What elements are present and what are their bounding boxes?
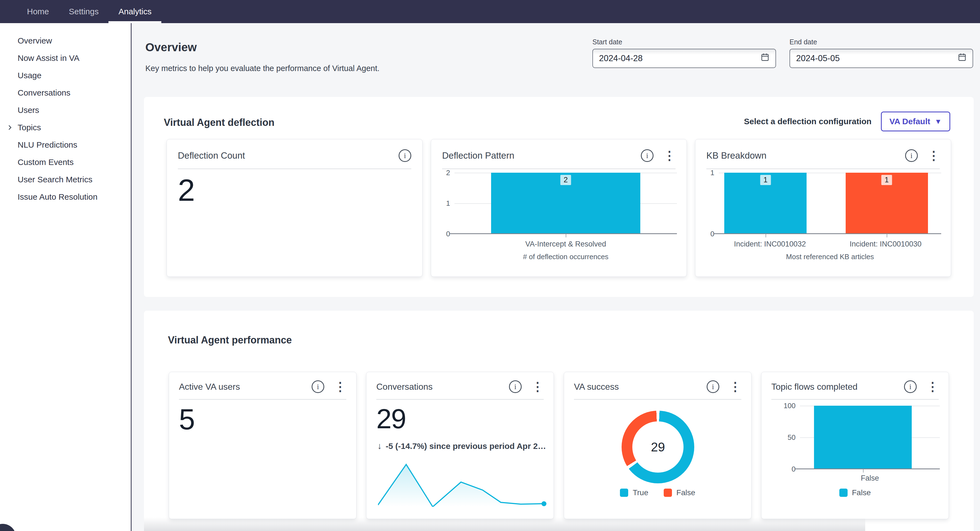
card-title: VA success [574, 382, 697, 392]
end-date-input[interactable]: 2024-05-05 [789, 49, 973, 68]
legend-label: True [633, 488, 648, 497]
kebab-menu-icon[interactable]: ⋮ [928, 149, 940, 162]
info-icon[interactable]: i [904, 380, 917, 393]
sidebar-item-label: Overview [18, 36, 52, 45]
kebab-menu-icon[interactable]: ⋮ [729, 380, 741, 393]
sidebar-item-users[interactable]: Users [0, 101, 131, 119]
card-body: 2 [167, 169, 422, 276]
bar-inc0010032: 1 [724, 173, 807, 234]
sidebar-item-label: Conversations [18, 88, 70, 97]
conversations-value: 29 [376, 403, 406, 435]
sidebar-item-topics[interactable]: Topics [0, 119, 131, 136]
sidebar-item-overview[interactable]: Overview [0, 32, 131, 49]
legend-swatch [839, 489, 848, 497]
bar-inc0010030: 1 [846, 173, 928, 234]
legend-swatch [664, 489, 672, 497]
bar-value-label: 1 [881, 175, 892, 185]
info-icon[interactable]: i [509, 380, 522, 393]
page-subtitle: Key metrics to help you evaluate the per… [145, 64, 380, 73]
kebab-menu-icon[interactable]: ⋮ [663, 149, 676, 162]
x-axis [714, 233, 941, 234]
legend-item-false[interactable]: False [664, 488, 695, 497]
topic-flows-card: Topic flows completed i ⋮ 100 50 0 False [761, 372, 949, 519]
start-date-field: Start date 2024-04-28 [592, 38, 776, 68]
info-icon[interactable]: i [905, 149, 918, 162]
x-category-label: Incident: INC0010032 [719, 240, 821, 249]
x-axis [450, 233, 677, 234]
x-axis-title: # of deflection occurrences [455, 252, 677, 261]
conversations-delta-text: -5 (-14.7%) since previous period Apr 2… [386, 442, 545, 451]
active-va-users-value: 5 [179, 403, 194, 436]
deflection-config-value: VA Default [889, 117, 930, 126]
card-body: 5 [169, 400, 356, 519]
legend-label: False [852, 488, 871, 497]
calendar-icon[interactable] [760, 53, 769, 64]
tab-settings[interactable]: Settings [59, 0, 108, 23]
info-icon[interactable]: i [399, 149, 411, 162]
sidebar-item-label: Issue Auto Resolution [18, 192, 97, 202]
y-tick-label: 1 [697, 169, 714, 177]
card-title: Deflection Pattern [442, 150, 631, 161]
sidebar-item-user-search-metrics[interactable]: User Search Metrics [0, 171, 131, 188]
page-title: Overview [145, 41, 197, 54]
top-nav: Home Settings Analytics [0, 0, 980, 23]
y-tick-label: 0 [778, 465, 795, 474]
x-category-label: VA-Intercept & Resolved [455, 240, 677, 249]
info-icon[interactable]: i [312, 380, 324, 393]
kebab-menu-icon[interactable]: ⋮ [531, 380, 544, 393]
bar-value-label: 2 [560, 175, 571, 185]
tab-label: Home [27, 7, 49, 16]
card-header: Topic flows completed i ⋮ [761, 372, 949, 393]
info-icon[interactable]: i [641, 149, 654, 162]
info-icon[interactable]: i [706, 380, 719, 393]
x-axis-tick [566, 234, 566, 238]
sidebar-item-label: Topics [18, 123, 41, 132]
x-axis-title: Most referenced KB articles [719, 252, 941, 261]
sidebar-item-label: NLU Predictions [18, 140, 77, 150]
card-body: 29 True False [564, 400, 751, 519]
tab-home[interactable]: Home [17, 0, 59, 23]
dropdown-arrow-icon: ▼ [935, 117, 942, 126]
card-title: Topic flows completed [772, 382, 894, 392]
donut-legend: True False [564, 488, 751, 497]
sidebar-item-nlu-predictions[interactable]: NLU Predictions [0, 136, 131, 153]
sidebar-item-usage[interactable]: Usage [0, 67, 131, 84]
card-body: 100 50 0 False False [761, 400, 949, 519]
sidebar-item-label: Users [18, 105, 39, 115]
donut-center-value: 29 [632, 421, 684, 473]
bar-false [814, 406, 912, 469]
chevron-right-icon[interactable] [5, 123, 15, 132]
legend-item-false[interactable]: False [839, 488, 871, 497]
kebab-menu-icon[interactable]: ⋮ [927, 380, 939, 393]
topic-flows-legend: False [761, 488, 949, 497]
x-category-label: Incident: INC0010030 [834, 240, 937, 249]
card-header: VA success i ⋮ [564, 372, 751, 393]
legend-item-true[interactable]: True [620, 488, 648, 497]
y-tick-label: 1 [433, 199, 450, 208]
kebab-menu-icon[interactable]: ⋮ [334, 380, 346, 393]
deflection-section: Virtual Agent deflection Select a deflec… [144, 97, 974, 297]
end-date-field: End date 2024-05-05 [789, 38, 973, 68]
tab-label: Analytics [118, 7, 151, 16]
start-date-input[interactable]: 2024-04-28 [592, 49, 776, 68]
card-header: Active VA users i ⋮ [169, 372, 356, 393]
y-tick-label: 2 [433, 169, 450, 177]
sidebar-item-custom-events[interactable]: Custom Events [0, 153, 131, 171]
sidebar-item-now-assist[interactable]: Now Assist in VA [0, 49, 131, 67]
bar-value-label: 1 [760, 175, 771, 185]
deflection-config-dropdown[interactable]: VA Default ▼ [881, 112, 950, 131]
conversations-delta: ↓ -5 (-14.7%) since previous period Apr … [377, 441, 545, 451]
sidebar-item-conversations[interactable]: Conversations [0, 84, 131, 101]
sidebar-item-label: Custom Events [18, 158, 73, 167]
tab-analytics[interactable]: Analytics [108, 0, 161, 23]
va-success-donut-chart: 29 [622, 411, 694, 483]
deflection-count-value: 2 [178, 172, 194, 208]
performance-section: Virtual Agent performance Active VA user… [144, 311, 974, 531]
deflection-config-label: Select a deflection configuration [744, 117, 872, 126]
sidebar-item-issue-auto-resolution[interactable]: Issue Auto Resolution [0, 188, 131, 206]
card-header: Conversations i ⋮ [366, 372, 554, 393]
kb-breakdown-card: KB Breakdown i ⋮ 1 0 1 1 [695, 139, 951, 277]
card-body: 2 1 0 2 VA-Intercept & Resolved # of def… [431, 169, 687, 276]
calendar-icon[interactable] [958, 53, 967, 64]
conversations-card: Conversations i ⋮ 29 ↓ -5 (-14.7%) since… [366, 372, 554, 519]
